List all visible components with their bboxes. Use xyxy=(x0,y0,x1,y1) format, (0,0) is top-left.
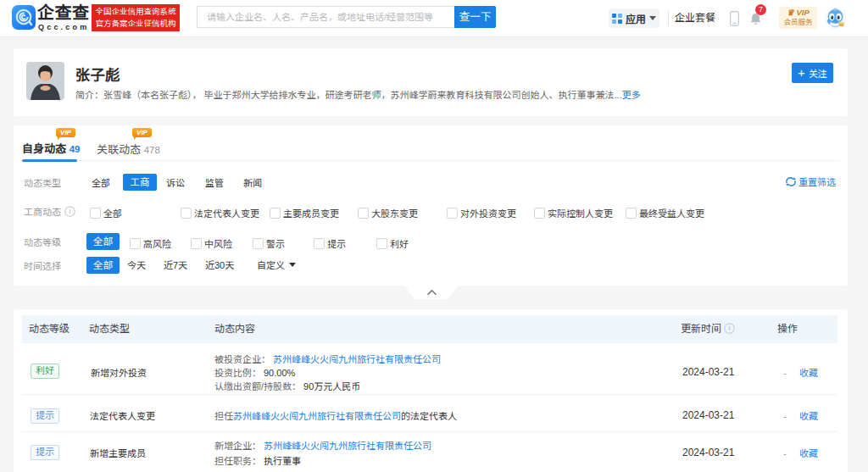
svg-text:i: i xyxy=(729,324,731,332)
svg-text:i: i xyxy=(70,207,71,215)
